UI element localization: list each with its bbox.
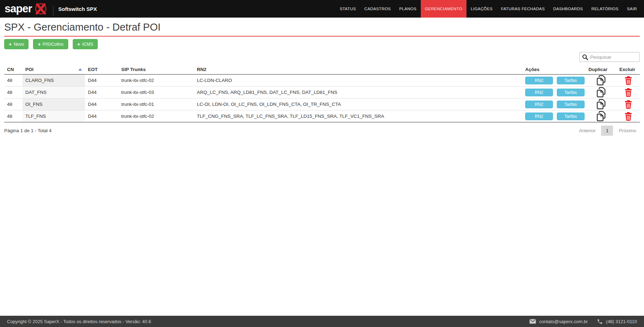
nav-item-gerenciamento[interactable]: GERENCIAMENTO — [421, 0, 467, 18]
pis-cofins-button-label: PIS/Cofins — [43, 42, 64, 47]
nav-item-sair[interactable]: SAIR — [623, 0, 641, 18]
previous-page-button[interactable]: Anterior — [575, 128, 599, 133]
pager: Anterior 1 Próximo — [575, 126, 640, 136]
page: saper Softswitch SPX STATUS CADASTROS PL… — [0, 0, 644, 327]
table-header-row: CN POI EOT SIP Trunks RN2 Ações Duplicar… — [4, 65, 640, 75]
nav-item-faturas-fechadas[interactable]: FATURAS FECHADAS — [497, 0, 549, 18]
rn2-button[interactable]: RN2 — [525, 101, 553, 108]
page-summary: Página 1 de 1 - Total 4 — [4, 128, 52, 133]
icms-button[interactable]: + ICMS — [73, 39, 98, 49]
cell-rn2: ARQ_LC_FNS, ARQ_LD81_FNS, DAT_LC_FNS, DA… — [194, 86, 522, 98]
column-header-rn2[interactable]: RN2 — [194, 65, 522, 75]
plus-icon: + — [77, 41, 80, 47]
footer-email[interactable]: contato@saperx.com.br — [529, 319, 588, 324]
column-header-poi-label: POI — [25, 67, 33, 72]
nav-item-cadastros[interactable]: CADASTROS — [360, 0, 395, 18]
cell-cn: 48 — [4, 75, 22, 86]
table-row-tlf-fns: 48 TLF_FNS D44 trunk-itx-stfc-02 TLF_CNG… — [4, 110, 640, 122]
cell-eot: D44 — [85, 98, 118, 110]
main-nav: STATUS CADASTROS PLANOS GERENCIAMENTO LI… — [335, 0, 644, 18]
footer: Copyright © 2025 SaperX - Todos os direi… — [0, 316, 644, 327]
cell-poi: TLF_FNS — [22, 110, 85, 122]
nav-item-dashboards[interactable]: DASHBOARDS — [549, 0, 587, 18]
cell-eot: D44 — [85, 86, 118, 98]
duplicate-icon[interactable] — [596, 86, 606, 98]
trash-icon[interactable] — [625, 100, 632, 109]
cell-cn: 48 — [4, 110, 22, 122]
brand[interactable]: saper Softswitch SPX — [0, 0, 97, 18]
cell-rn2: TLF_CNG_FNS_SRA, TLF_LC_FNS_SRA, TLF_LD1… — [194, 110, 522, 122]
column-header-eot[interactable]: EOT — [85, 65, 118, 75]
cell-duplicar — [586, 110, 617, 122]
duplicate-icon[interactable] — [596, 98, 606, 110]
table-row-oi-fns: 48 OI_FNS D44 trunk-itx-stfc-01 LC-OI, L… — [4, 98, 640, 110]
cell-excluir — [617, 75, 640, 86]
content: SPX - Gerenciamento - Detraf POI + Novo … — [0, 21, 644, 136]
search-box[interactable] — [579, 52, 640, 62]
app-name: Softswitch SPX — [58, 6, 97, 12]
duplicate-icon[interactable] — [596, 110, 606, 122]
nav-item-planos[interactable]: PLANOS — [395, 0, 421, 18]
rn2-button[interactable]: RN2 — [525, 77, 553, 84]
cell-excluir — [617, 98, 640, 110]
cell-cn: 48 — [4, 98, 22, 110]
envelope-icon — [529, 319, 536, 324]
search-input[interactable] — [590, 54, 637, 60]
cell-sip-trunks: trunk-itx-stfc-02 — [118, 110, 194, 122]
brand-divider — [53, 5, 53, 16]
cell-poi: DAT_FNS — [22, 86, 85, 98]
cell-sip-trunks: trunk-itx-stfc-02 — [118, 75, 194, 86]
cell-sip-trunks: trunk-itx-stfc-01 — [118, 98, 194, 110]
cell-eot: D44 — [85, 110, 118, 122]
trash-icon[interactable] — [625, 112, 632, 121]
cell-cn: 48 — [4, 86, 22, 98]
footer-phone-text: (48) 3121-0110 — [606, 319, 637, 324]
nav-item-status[interactable]: STATUS — [335, 0, 360, 18]
table-row-dat-fns: 48 DAT_FNS D44 trunk-itx-stfc-03 ARQ_LC_… — [4, 86, 640, 98]
cell-excluir — [617, 110, 640, 122]
table-row-claro-fns: 48 CLARO_FNS D44 trunk-itx-stfc-02 LC-LD… — [4, 75, 640, 86]
footer-contacts: contato@saperx.com.br (48) 3121-0110 — [529, 319, 637, 325]
cell-rn2: LC-OI, LDN-OI, OI_LC_FNS, OI_LDN_FNS_CTA… — [194, 98, 522, 110]
cell-sip-trunks: trunk-itx-stfc-03 — [118, 86, 194, 98]
tarifas-button[interactable]: Tarifas — [557, 89, 585, 96]
sort-asc-icon — [78, 68, 82, 71]
icms-button-label: ICMS — [82, 42, 93, 47]
trash-icon[interactable] — [625, 88, 632, 97]
footer-email-text: contato@saperx.com.br — [539, 319, 588, 324]
top-navbar: saper Softswitch SPX STATUS CADASTROS PL… — [0, 0, 644, 18]
column-header-acoes: Ações — [522, 65, 586, 75]
tarifas-button[interactable]: Tarifas — [557, 101, 585, 108]
brand-x-icon — [33, 1, 48, 16]
trash-icon[interactable] — [625, 76, 632, 85]
page-title: SPX - Gerenciamento - Detraf POI — [4, 21, 640, 37]
toolbar: + Novo + PIS/Cofins + ICMS — [4, 39, 640, 49]
current-page-button[interactable]: 1 — [601, 126, 613, 136]
nav-item-relatorios[interactable]: RELATÓRIOS — [587, 0, 623, 18]
footer-phone[interactable]: (48) 3121-0110 — [597, 319, 637, 325]
cell-duplicar — [586, 86, 617, 98]
cell-actions: RN2 Tarifas — [522, 86, 586, 98]
cell-poi: OI_FNS — [22, 98, 85, 110]
cell-duplicar — [586, 75, 617, 86]
duplicate-icon[interactable] — [596, 75, 606, 86]
rn2-button[interactable]: RN2 — [525, 113, 553, 120]
plus-icon: + — [9, 41, 12, 47]
next-page-button[interactable]: Próximo — [615, 128, 640, 133]
column-header-poi[interactable]: POI — [22, 65, 85, 75]
cell-poi: CLARO_FNS — [22, 75, 85, 86]
plus-icon: + — [38, 41, 40, 47]
pagination: Página 1 de 1 - Total 4 Anterior 1 Próxi… — [4, 126, 640, 136]
column-header-cn[interactable]: CN — [4, 65, 22, 75]
cell-actions: RN2 Tarifas — [522, 98, 586, 110]
pis-cofins-button[interactable]: + PIS/Cofins — [33, 39, 68, 49]
novo-button[interactable]: + Novo — [4, 39, 28, 49]
brand-logo-text: saper — [5, 0, 32, 18]
column-header-sip-trunks[interactable]: SIP Trunks — [118, 65, 194, 75]
rn2-button[interactable]: RN2 — [525, 89, 553, 96]
tarifas-button[interactable]: Tarifas — [557, 113, 585, 120]
search-row — [4, 52, 640, 62]
cell-rn2: LC-LDN-CLARO — [194, 75, 522, 86]
nav-item-ligacoes[interactable]: LIGAÇÕES — [466, 0, 497, 18]
tarifas-button[interactable]: Tarifas — [557, 77, 585, 84]
